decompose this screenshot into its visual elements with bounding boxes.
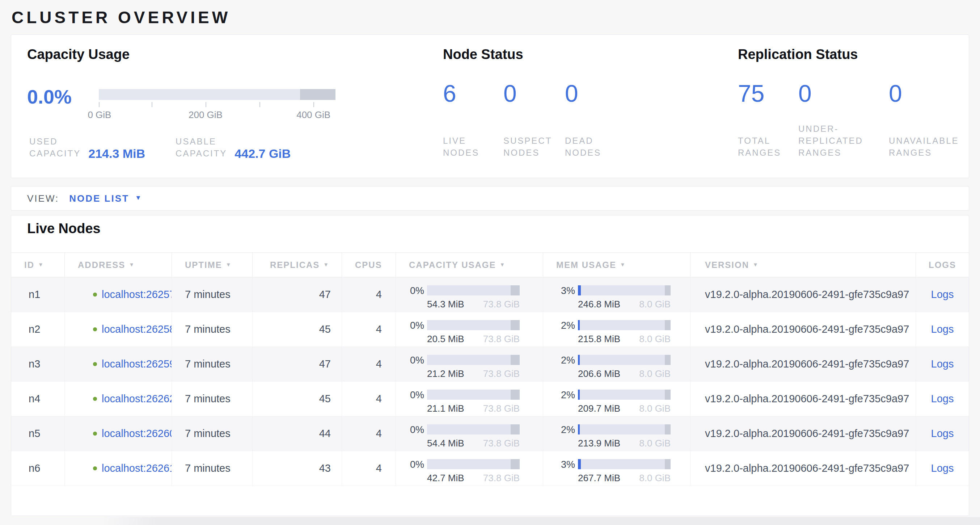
capacity-usage-heading: Capacity Usage — [27, 46, 130, 62]
table-row: n4 localhost:26262 7 minutes 45 4 0%21.1… — [11, 381, 969, 416]
node-address-link[interactable]: localhost:26262 — [102, 393, 172, 405]
replication-status-stats: 75 TOTAL RANGES 0 UNDER- REPLICATED RANG… — [738, 81, 969, 159]
node-address-cell: localhost:26261 — [65, 451, 172, 485]
logs-link[interactable]: Logs — [931, 289, 954, 300]
node-uptime: 7 minutes — [172, 381, 253, 416]
node-cpus: 4 — [342, 451, 396, 485]
header-id[interactable]: ID▼ — [11, 253, 65, 277]
usable-capacity-label: USABLE CAPACITY — [175, 136, 227, 159]
axis-tick — [259, 102, 260, 107]
node-version: v19.2.0-alpha.20190606-2491-gfe735c9a97 — [690, 381, 916, 416]
node-version: v19.2.0-alpha.20190606-2491-gfe735c9a97 — [690, 451, 916, 485]
sort-desc-icon: ▼ — [620, 262, 626, 268]
mem-usage-cell: 2%209.7 MiB8.0 GiB — [543, 381, 690, 416]
under-replicated-count: 0 — [798, 81, 889, 106]
logs-link[interactable]: Logs — [931, 428, 954, 440]
live-nodes-card: Live Nodes ID▼ ADDRESS▼ UPTIME▼ REPLICAS… — [11, 215, 969, 516]
node-replicas: 47 — [253, 277, 342, 312]
sort-desc-icon: ▼ — [129, 262, 135, 268]
replication-status-heading: Replication Status — [738, 46, 858, 62]
node-replicas: 47 — [253, 347, 342, 381]
total-ranges-label: TOTAL RANGES — [738, 135, 798, 159]
axis-label: 200 GiB — [189, 109, 223, 121]
sort-desc-icon: ▼ — [753, 262, 759, 268]
header-mem-usage[interactable]: MEM USAGE▼ — [543, 253, 690, 277]
capacity-stats: USED CAPACITY 214.3 MiB USABLE CAPACITY … — [29, 136, 291, 159]
table-row: n5 localhost:26260 7 minutes 44 4 0%54.4… — [11, 416, 969, 451]
node-address-link[interactable]: localhost:26259 — [102, 358, 172, 370]
node-status-stats: 6 LIVE NODES 0 SUSPECT NODES 0 DEAD NODE… — [443, 81, 637, 159]
chevron-down-icon[interactable]: ▼ — [135, 194, 142, 202]
node-address-cell: localhost:26260 — [65, 416, 172, 451]
header-version[interactable]: VERSION▼ — [690, 253, 916, 277]
node-cpus: 4 — [342, 416, 396, 451]
header-address[interactable]: ADDRESS▼ — [65, 253, 172, 277]
logs-cell: Logs — [916, 451, 969, 485]
capacity-usage-cell: 0%54.4 MiB73.8 GiB — [396, 416, 543, 451]
header-replicas[interactable]: REPLICAS▼ — [253, 253, 342, 277]
logs-link[interactable]: Logs — [931, 393, 954, 405]
node-version: v19.2.0-alpha.20190606-2491-gfe735c9a97 — [690, 347, 916, 381]
capacity-usage-cell: 0%21.2 MiB73.8 GiB — [396, 347, 543, 381]
node-uptime: 7 minutes — [172, 347, 253, 381]
node-cpus: 4 — [342, 277, 396, 312]
table-row: n1 localhost:26257 7 minutes 47 4 0%54.3… — [11, 277, 969, 312]
logs-link[interactable]: Logs — [931, 358, 954, 370]
view-selector-bar: VIEW: NODE LIST ▼ — [11, 186, 969, 211]
bottom-shadow-band — [0, 517, 980, 525]
capacity-mini-bar — [427, 424, 520, 434]
table-row: n2 localhost:26258 7 minutes 45 4 0%20.5… — [11, 312, 969, 347]
under-replicated-ranges-stat: 0 UNDER- REPLICATED RANGES — [798, 81, 889, 159]
suspect-nodes-stat: 0 SUSPECT NODES — [503, 81, 565, 159]
table-row: n3 localhost:26259 7 minutes 47 4 0%21.2… — [11, 347, 969, 381]
axis-tick — [152, 102, 152, 107]
capacity-axis: 0 GiB 200 GiB 400 GiB — [99, 100, 336, 123]
header-cpus[interactable]: CPUS — [342, 253, 396, 277]
table-header: ID▼ ADDRESS▼ UPTIME▼ REPLICAS▼ CPUS CAPA… — [11, 252, 969, 277]
capacity-mini-bar — [427, 355, 520, 365]
dead-nodes-label: DEAD NODES — [565, 135, 637, 159]
node-uptime: 7 minutes — [172, 451, 253, 485]
node-version: v19.2.0-alpha.20190606-2491-gfe735c9a97 — [690, 312, 916, 346]
node-status-heading: Node Status — [443, 46, 523, 62]
mem-usage-cell: 3%246.8 MiB8.0 GiB — [543, 277, 690, 312]
node-address-link[interactable]: localhost:26257 — [102, 289, 172, 300]
header-logs: LOGS — [916, 253, 969, 277]
node-address-link[interactable]: localhost:26261 — [102, 462, 172, 474]
page-title: CLUSTER OVERVIEW — [0, 0, 980, 34]
capacity-bar-reserved-segment — [300, 89, 336, 100]
node-address-link[interactable]: localhost:26258 — [102, 323, 172, 335]
live-status-icon — [93, 466, 97, 470]
mem-usage-cell: 2%206.6 MiB8.0 GiB — [543, 347, 690, 381]
node-id: n4 — [11, 381, 65, 416]
live-nodes-heading: Live Nodes — [11, 215, 969, 236]
live-status-icon — [93, 362, 97, 366]
live-nodes-stat: 6 LIVE NODES — [443, 81, 503, 159]
node-address-link[interactable]: localhost:26260 — [102, 428, 172, 440]
capacity-usage-cell: 0%21.1 MiB73.8 GiB — [396, 381, 543, 416]
used-capacity-value: 214.3 MiB — [88, 147, 145, 160]
logs-cell: Logs — [916, 277, 969, 312]
axis-tick — [99, 102, 100, 107]
capacity-mini-bar — [427, 285, 520, 295]
view-dropdown[interactable]: NODE LIST — [69, 193, 129, 204]
live-status-icon — [93, 432, 97, 436]
capacity-usage-chart: 0.0% 0 GiB 200 GiB 400 GiB — [27, 89, 336, 123]
live-status-icon — [93, 292, 97, 297]
node-replicas: 44 — [253, 416, 342, 451]
node-id: n3 — [11, 347, 65, 381]
unavailable-label: UNAVAILABLE RANGES — [889, 135, 969, 159]
sort-desc-icon: ▼ — [226, 262, 232, 268]
unavailable-count: 0 — [889, 81, 969, 106]
node-replicas: 45 — [253, 312, 342, 346]
logs-cell: Logs — [916, 381, 969, 416]
live-status-icon — [93, 327, 97, 331]
live-nodes-label: LIVE NODES — [443, 135, 503, 159]
capacity-usage-cell: 0%42.7 MiB73.8 GiB — [396, 451, 543, 485]
header-capacity-usage[interactable]: CAPACITY USAGE▼ — [396, 253, 543, 277]
logs-link[interactable]: Logs — [931, 462, 954, 474]
header-uptime[interactable]: UPTIME▼ — [172, 253, 253, 277]
logs-link[interactable]: Logs — [931, 323, 954, 335]
node-cpus: 4 — [342, 381, 396, 416]
total-ranges-count: 75 — [738, 81, 798, 106]
